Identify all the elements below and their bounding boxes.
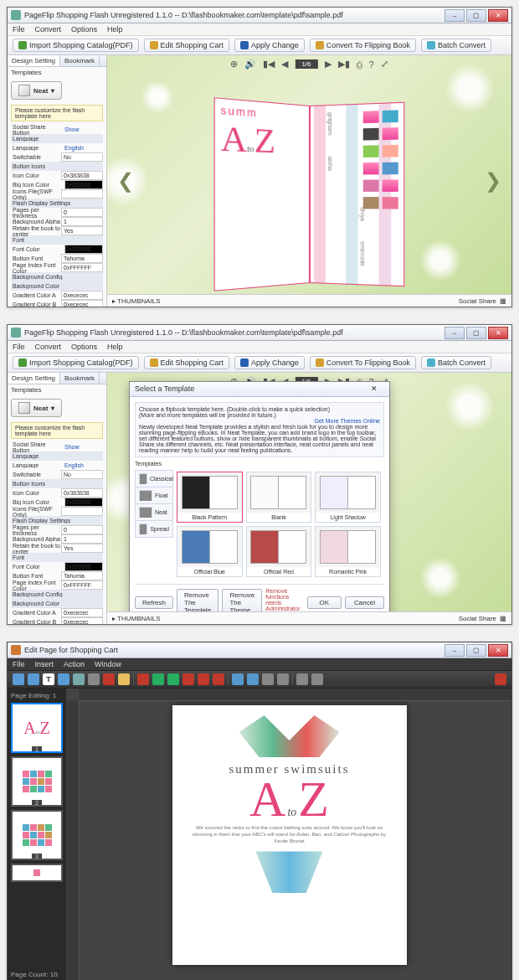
apply-change-button[interactable]: Apply Change	[234, 39, 305, 52]
prop-row[interactable]: Icons File(SWF Only)	[11, 507, 103, 516]
social-share-button[interactable]: Social Share	[459, 615, 496, 622]
page-content[interactable]: summer swimsuits AtoZ We scoured the rac…	[172, 705, 407, 965]
prop-row[interactable]: SwitchableNo	[11, 470, 103, 479]
link-tool-icon[interactable]	[152, 673, 164, 685]
menu-insert[interactable]: Insert	[35, 660, 54, 668]
next-arrow[interactable]: ❯	[485, 169, 501, 193]
menu-convert[interactable]: Convert	[35, 25, 62, 34]
delete-tool-icon[interactable]	[198, 673, 209, 685]
get-themes-link[interactable]: Get More Themes Online	[315, 418, 380, 424]
prop-row[interactable]: Pages per thickness0	[11, 208, 103, 217]
cart-tool-icon[interactable]	[167, 673, 179, 685]
menu-file[interactable]: File	[13, 25, 25, 34]
convert-button[interactable]: Convert To Flipping Book	[310, 356, 416, 369]
prop-row[interactable]: Pages per thickness0	[11, 525, 103, 534]
minimize-button[interactable]: –	[444, 644, 465, 657]
prop-row[interactable]: LanguageEnglish	[11, 461, 103, 470]
minimize-button[interactable]: –	[444, 9, 465, 22]
tab-bookmark[interactable]: Bookmark	[60, 373, 100, 384]
prop-row[interactable]: Gradient Color A0xececec	[11, 291, 103, 300]
prop-row[interactable]: Font	[11, 553, 103, 562]
zoom-in-icon[interactable]	[311, 673, 323, 685]
close-button[interactable]: ✕	[488, 644, 508, 657]
prop-row[interactable]: Background Color	[11, 281, 103, 291]
tab-design-setting[interactable]: Design Setting	[8, 55, 60, 66]
menu-help[interactable]: Help	[107, 343, 123, 351]
template-cell[interactable]: Blank	[246, 472, 312, 523]
help-icon[interactable]: ?	[369, 59, 374, 70]
template-selector[interactable]: Neat ▾	[11, 399, 62, 417]
page-thumb-4[interactable]	[11, 864, 63, 882]
prop-row[interactable]: Icons File(SWF Only)	[11, 189, 103, 199]
prev-arrow[interactable]: ❮	[117, 169, 134, 193]
sound-icon[interactable]: 🔊	[244, 59, 256, 70]
sound-tool-icon[interactable]	[73, 673, 85, 685]
image-tool-icon[interactable]	[58, 673, 69, 685]
prop-row[interactable]: Social Share ButtonShow	[11, 442, 103, 451]
cat-float[interactable]: Float	[135, 487, 173, 503]
customize-hint[interactable]: Please customize the flash template here	[11, 422, 103, 439]
prop-row[interactable]: Gradient Color A0xececec	[11, 608, 103, 617]
template-cell[interactable]: Official Red	[246, 526, 312, 577]
template-cell[interactable]: Official Blue	[177, 526, 243, 577]
menu-file[interactable]: File	[13, 343, 25, 351]
text-tool-icon[interactable]: T	[43, 673, 54, 685]
prop-row[interactable]: Retain the book to centerYes	[11, 226, 103, 235]
last-page-icon[interactable]: ▶▮	[338, 59, 350, 70]
tab-bookmark[interactable]: Bookmark	[60, 55, 100, 66]
price-tool-icon[interactable]	[182, 673, 194, 685]
dialog-close-button[interactable]: ✕	[371, 384, 384, 394]
prop-row[interactable]: Button Icons	[11, 162, 103, 171]
import-button[interactable]: Import Shopping Catalog(PDF)	[13, 39, 139, 52]
prop-row[interactable]: Icon Color0x383838	[11, 171, 103, 180]
page-thumb-1[interactable]: AtoZ 1	[11, 703, 63, 753]
page-thumb-2[interactable]: 2	[11, 756, 63, 807]
ok-button[interactable]: OK	[307, 596, 342, 609]
fullscreen-icon[interactable]: ⤢	[381, 59, 388, 70]
shape-tool-icon[interactable]	[28, 673, 39, 685]
convert-button[interactable]: Convert To Flipping Book	[310, 39, 416, 52]
template-selector[interactable]: Neat ▾	[11, 81, 62, 100]
prop-row[interactable]: Icon Color0x383838	[11, 488, 103, 498]
refresh-button[interactable]: Refresh	[135, 596, 173, 609]
undo-icon[interactable]	[232, 673, 244, 685]
prop-row[interactable]: Button Icons	[11, 479, 103, 488]
paste-icon[interactable]	[277, 673, 289, 685]
redo-icon[interactable]	[247, 673, 259, 685]
first-page-icon[interactable]: ▮◀	[263, 59, 275, 70]
next-page-icon[interactable]: ▶	[325, 59, 331, 70]
prop-row[interactable]: Page Index Font Color0xFFFFFF	[11, 580, 103, 590]
menu-help[interactable]: Help	[107, 25, 123, 34]
menu-options[interactable]: Options	[71, 343, 97, 351]
close-button[interactable]: ✕	[488, 9, 508, 22]
menu-window[interactable]: Window	[95, 660, 121, 668]
prop-row[interactable]: LanguageEnglish	[11, 143, 103, 152]
swf-tool-icon[interactable]	[103, 673, 115, 685]
thumbnails-toggle[interactable]: ▸ THUMBNAILS	[112, 615, 161, 622]
video-tool-icon[interactable]	[88, 673, 100, 685]
prev-page-icon[interactable]: ◀	[281, 59, 288, 70]
menu-action[interactable]: Action	[64, 660, 85, 668]
prop-row[interactable]: Language	[11, 451, 103, 461]
menu-options[interactable]: Options	[71, 25, 97, 34]
cat-neat[interactable]: Neat	[135, 503, 173, 520]
apply-change-button[interactable]: Apply Change	[234, 356, 305, 369]
close-button[interactable]: ✕	[488, 327, 508, 339]
customize-hint[interactable]: Please customize the flash template here	[11, 105, 103, 121]
copy-icon[interactable]	[262, 673, 274, 685]
prop-row[interactable]: Page Index Font Color0xFFFFFF	[11, 263, 103, 272]
editor-canvas[interactable]: summer swimsuits AtoZ We scoured the rac…	[67, 689, 511, 980]
maximize-button[interactable]: ▢	[466, 327, 486, 339]
cat-spread[interactable]: Spread	[135, 520, 173, 538]
template-cell[interactable]: Romantic Pink	[315, 526, 381, 577]
cancel-button[interactable]: Cancel	[345, 596, 384, 609]
batch-convert-button[interactable]: Batch Convert	[421, 356, 491, 369]
prop-row[interactable]: Font	[11, 235, 103, 245]
prop-row[interactable]: Background Config	[11, 590, 103, 599]
page-thumb-3[interactable]: 3	[11, 810, 63, 860]
prop-row[interactable]: Font Color0x000000	[11, 562, 103, 571]
prop-row[interactable]: Retain the book to centerYes	[11, 544, 103, 553]
menu-file[interactable]: File	[13, 660, 25, 668]
template-cell[interactable]: Light Shadow	[315, 472, 381, 523]
prop-row[interactable]: Language	[11, 134, 103, 143]
